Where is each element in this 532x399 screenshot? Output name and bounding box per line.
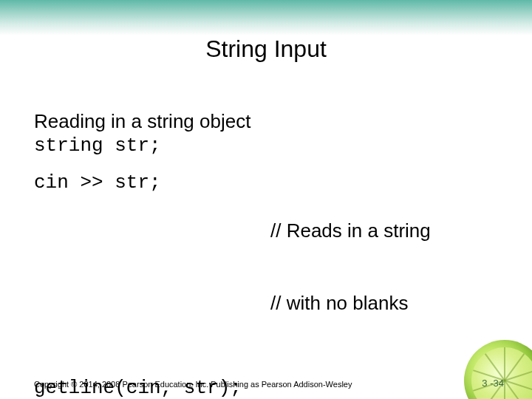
example-1: cin >> str; // Reads in a string // with… xyxy=(34,171,507,363)
declaration-code: string str; xyxy=(34,134,507,158)
slide-title: String Input xyxy=(0,35,532,63)
example-1-code: cin >> str; xyxy=(34,171,270,195)
header-gradient xyxy=(0,0,532,35)
lime-icon xyxy=(464,340,532,399)
comment-line: // Reads in a string xyxy=(270,219,431,243)
page-number: 3 -34 xyxy=(482,378,504,389)
copyright-footer: Copyright © 2014, 2008 Pearson Education… xyxy=(34,380,352,389)
slide-body: Reading in a string object string str; c… xyxy=(34,109,507,399)
example-1-comments: // Reads in a string // with no blanks xyxy=(270,171,431,363)
comment-line: // with no blanks xyxy=(270,291,431,316)
intro-text: Reading in a string object xyxy=(34,109,507,134)
